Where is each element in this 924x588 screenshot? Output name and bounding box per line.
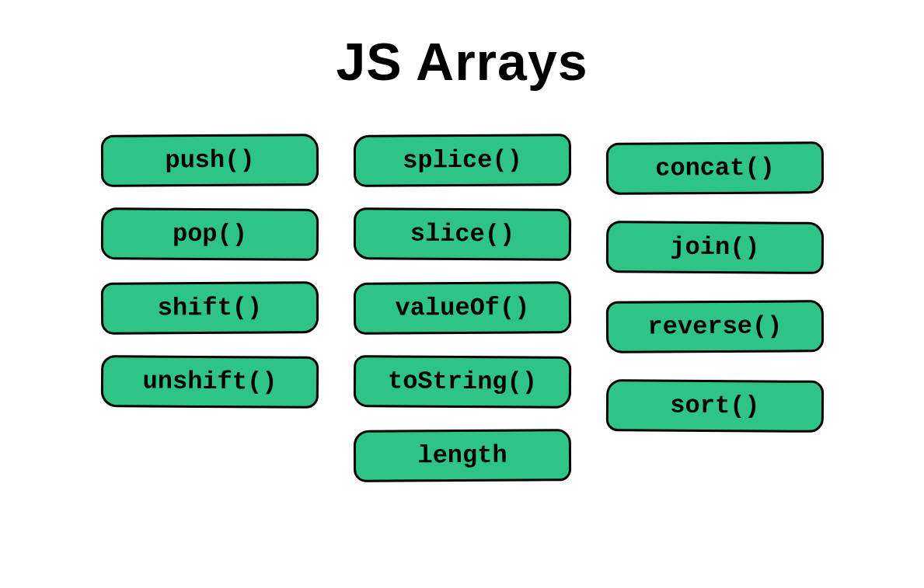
method-reverse: reverse() [605, 300, 823, 353]
diagram-title: JS Arrays [336, 31, 588, 92]
methods-columns: push() pop() shift() unshift() splice() … [101, 134, 824, 482]
method-concat: concat() [605, 141, 823, 194]
method-slice: slice() [353, 207, 570, 261]
method-pop: pop() [100, 207, 318, 261]
method-push: push() [100, 134, 318, 186]
method-sort: sort() [605, 379, 823, 433]
column-3: concat() join() reverse() sort() [606, 142, 824, 482]
method-length: length [353, 429, 570, 482]
method-valueof: valueOf() [353, 281, 570, 334]
method-shift: shift() [100, 281, 318, 334]
method-tostring: toString() [353, 355, 570, 409]
method-unshift: unshift() [100, 355, 318, 409]
method-join: join() [605, 221, 823, 274]
column-2: splice() slice() valueOf() toString() le… [354, 134, 571, 482]
column-1: push() pop() shift() unshift() [101, 134, 319, 482]
method-splice: splice() [353, 134, 570, 186]
